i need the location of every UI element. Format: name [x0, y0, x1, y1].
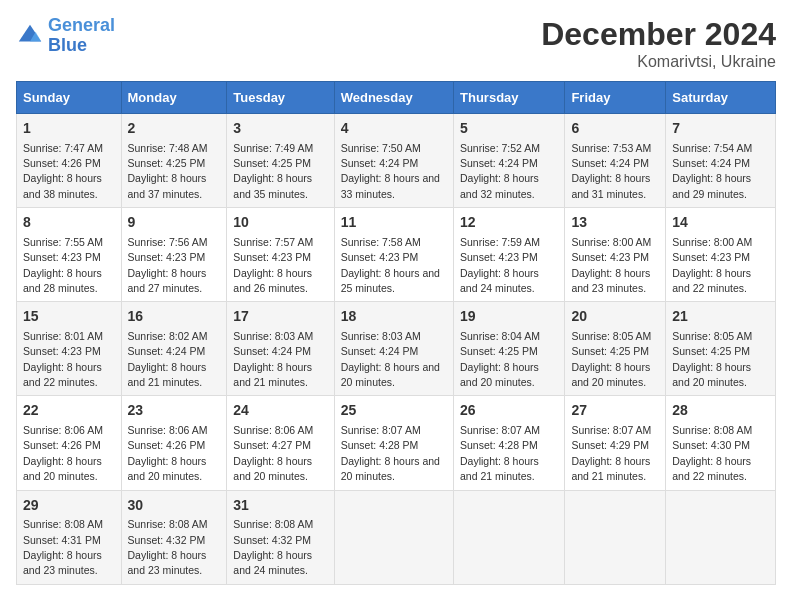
cell-info: Sunrise: 8:08 AMSunset: 4:30 PMDaylight:…: [672, 424, 752, 482]
cell-info: Sunrise: 8:07 AMSunset: 4:28 PMDaylight:…: [341, 424, 440, 482]
cell-info: Sunrise: 7:48 AMSunset: 4:25 PMDaylight:…: [128, 142, 208, 200]
calendar-cell: 14 Sunrise: 8:00 AMSunset: 4:23 PMDaylig…: [666, 208, 776, 302]
cell-info: Sunrise: 8:06 AMSunset: 4:26 PMDaylight:…: [23, 424, 103, 482]
day-number: 14: [672, 213, 769, 233]
day-number: 22: [23, 401, 115, 421]
calendar-cell: 26 Sunrise: 8:07 AMSunset: 4:28 PMDaylig…: [454, 396, 565, 490]
calendar-cell: 16 Sunrise: 8:02 AMSunset: 4:24 PMDaylig…: [121, 302, 227, 396]
header-wednesday: Wednesday: [334, 82, 453, 114]
cell-info: Sunrise: 8:05 AMSunset: 4:25 PMDaylight:…: [571, 330, 651, 388]
calendar-cell: 8 Sunrise: 7:55 AMSunset: 4:23 PMDayligh…: [17, 208, 122, 302]
day-number: 7: [672, 119, 769, 139]
calendar-week-row: 8 Sunrise: 7:55 AMSunset: 4:23 PMDayligh…: [17, 208, 776, 302]
cell-info: Sunrise: 7:53 AMSunset: 4:24 PMDaylight:…: [571, 142, 651, 200]
calendar-cell: 13 Sunrise: 8:00 AMSunset: 4:23 PMDaylig…: [565, 208, 666, 302]
calendar-week-row: 1 Sunrise: 7:47 AMSunset: 4:26 PMDayligh…: [17, 114, 776, 208]
cell-info: Sunrise: 7:56 AMSunset: 4:23 PMDaylight:…: [128, 236, 208, 294]
calendar-cell: 22 Sunrise: 8:06 AMSunset: 4:26 PMDaylig…: [17, 396, 122, 490]
calendar-cell: 18 Sunrise: 8:03 AMSunset: 4:24 PMDaylig…: [334, 302, 453, 396]
calendar-cell: 2 Sunrise: 7:48 AMSunset: 4:25 PMDayligh…: [121, 114, 227, 208]
day-number: 5: [460, 119, 558, 139]
calendar-cell: 29 Sunrise: 8:08 AMSunset: 4:31 PMDaylig…: [17, 490, 122, 584]
day-number: 28: [672, 401, 769, 421]
day-number: 30: [128, 496, 221, 516]
day-number: 21: [672, 307, 769, 327]
day-number: 27: [571, 401, 659, 421]
cell-info: Sunrise: 7:49 AMSunset: 4:25 PMDaylight:…: [233, 142, 313, 200]
page-header: General Blue December 2024 Komarivtsi, U…: [16, 16, 776, 71]
cell-info: Sunrise: 7:54 AMSunset: 4:24 PMDaylight:…: [672, 142, 752, 200]
cell-info: Sunrise: 8:00 AMSunset: 4:23 PMDaylight:…: [571, 236, 651, 294]
calendar-cell: 24 Sunrise: 8:06 AMSunset: 4:27 PMDaylig…: [227, 396, 334, 490]
day-number: 19: [460, 307, 558, 327]
day-number: 24: [233, 401, 327, 421]
day-number: 2: [128, 119, 221, 139]
day-number: 15: [23, 307, 115, 327]
calendar-cell: 4 Sunrise: 7:50 AMSunset: 4:24 PMDayligh…: [334, 114, 453, 208]
day-number: 16: [128, 307, 221, 327]
calendar-cell: 5 Sunrise: 7:52 AMSunset: 4:24 PMDayligh…: [454, 114, 565, 208]
day-number: 10: [233, 213, 327, 233]
calendar-cell: 10 Sunrise: 7:57 AMSunset: 4:23 PMDaylig…: [227, 208, 334, 302]
cell-info: Sunrise: 7:55 AMSunset: 4:23 PMDaylight:…: [23, 236, 103, 294]
cell-info: Sunrise: 8:06 AMSunset: 4:27 PMDaylight:…: [233, 424, 313, 482]
day-number: 4: [341, 119, 447, 139]
cell-info: Sunrise: 8:01 AMSunset: 4:23 PMDaylight:…: [23, 330, 103, 388]
calendar-title: December 2024: [541, 16, 776, 53]
calendar-cell: 20 Sunrise: 8:05 AMSunset: 4:25 PMDaylig…: [565, 302, 666, 396]
day-number: 26: [460, 401, 558, 421]
calendar-header-row: SundayMondayTuesdayWednesdayThursdayFrid…: [17, 82, 776, 114]
calendar-cell: [334, 490, 453, 584]
day-number: 6: [571, 119, 659, 139]
cell-info: Sunrise: 8:07 AMSunset: 4:28 PMDaylight:…: [460, 424, 540, 482]
cell-info: Sunrise: 7:52 AMSunset: 4:24 PMDaylight:…: [460, 142, 540, 200]
day-number: 9: [128, 213, 221, 233]
calendar-table: SundayMondayTuesdayWednesdayThursdayFrid…: [16, 81, 776, 585]
calendar-cell: 11 Sunrise: 7:58 AMSunset: 4:23 PMDaylig…: [334, 208, 453, 302]
cell-info: Sunrise: 7:58 AMSunset: 4:23 PMDaylight:…: [341, 236, 440, 294]
logo: General Blue: [16, 16, 115, 56]
cell-info: Sunrise: 8:03 AMSunset: 4:24 PMDaylight:…: [341, 330, 440, 388]
calendar-cell: 25 Sunrise: 8:07 AMSunset: 4:28 PMDaylig…: [334, 396, 453, 490]
calendar-cell: 30 Sunrise: 8:08 AMSunset: 4:32 PMDaylig…: [121, 490, 227, 584]
day-number: 17: [233, 307, 327, 327]
header-tuesday: Tuesday: [227, 82, 334, 114]
calendar-week-row: 29 Sunrise: 8:08 AMSunset: 4:31 PMDaylig…: [17, 490, 776, 584]
day-number: 13: [571, 213, 659, 233]
cell-info: Sunrise: 8:08 AMSunset: 4:31 PMDaylight:…: [23, 518, 103, 576]
header-thursday: Thursday: [454, 82, 565, 114]
calendar-week-row: 15 Sunrise: 8:01 AMSunset: 4:23 PMDaylig…: [17, 302, 776, 396]
calendar-cell: 12 Sunrise: 7:59 AMSunset: 4:23 PMDaylig…: [454, 208, 565, 302]
day-number: 20: [571, 307, 659, 327]
calendar-cell: 28 Sunrise: 8:08 AMSunset: 4:30 PMDaylig…: [666, 396, 776, 490]
calendar-cell: 27 Sunrise: 8:07 AMSunset: 4:29 PMDaylig…: [565, 396, 666, 490]
day-number: 29: [23, 496, 115, 516]
cell-info: Sunrise: 8:03 AMSunset: 4:24 PMDaylight:…: [233, 330, 313, 388]
calendar-cell: 19 Sunrise: 8:04 AMSunset: 4:25 PMDaylig…: [454, 302, 565, 396]
calendar-cell: 31 Sunrise: 8:08 AMSunset: 4:32 PMDaylig…: [227, 490, 334, 584]
calendar-cell: [454, 490, 565, 584]
header-friday: Friday: [565, 82, 666, 114]
day-number: 18: [341, 307, 447, 327]
day-number: 25: [341, 401, 447, 421]
header-saturday: Saturday: [666, 82, 776, 114]
calendar-cell: 23 Sunrise: 8:06 AMSunset: 4:26 PMDaylig…: [121, 396, 227, 490]
day-number: 31: [233, 496, 327, 516]
cell-info: Sunrise: 8:08 AMSunset: 4:32 PMDaylight:…: [233, 518, 313, 576]
header-monday: Monday: [121, 82, 227, 114]
calendar-cell: [666, 490, 776, 584]
cell-info: Sunrise: 8:08 AMSunset: 4:32 PMDaylight:…: [128, 518, 208, 576]
day-number: 12: [460, 213, 558, 233]
cell-info: Sunrise: 8:05 AMSunset: 4:25 PMDaylight:…: [672, 330, 752, 388]
calendar-cell: 21 Sunrise: 8:05 AMSunset: 4:25 PMDaylig…: [666, 302, 776, 396]
cell-info: Sunrise: 7:59 AMSunset: 4:23 PMDaylight:…: [460, 236, 540, 294]
header-sunday: Sunday: [17, 82, 122, 114]
day-number: 3: [233, 119, 327, 139]
calendar-cell: [565, 490, 666, 584]
calendar-subtitle: Komarivtsi, Ukraine: [541, 53, 776, 71]
logo-icon: [16, 22, 44, 50]
cell-info: Sunrise: 8:02 AMSunset: 4:24 PMDaylight:…: [128, 330, 208, 388]
cell-info: Sunrise: 8:00 AMSunset: 4:23 PMDaylight:…: [672, 236, 752, 294]
day-number: 8: [23, 213, 115, 233]
calendar-week-row: 22 Sunrise: 8:06 AMSunset: 4:26 PMDaylig…: [17, 396, 776, 490]
